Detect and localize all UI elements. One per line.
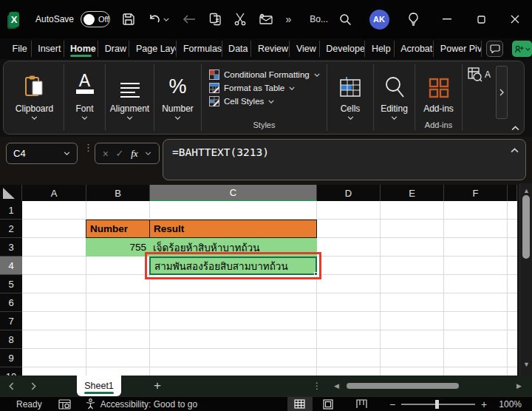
tab-acrobat[interactable]: Acrobat: [395, 41, 434, 57]
chevron-down-icon: [126, 116, 133, 120]
scroll-up-icon[interactable]: ▲: [520, 187, 532, 194]
row-header-8[interactable]: 8: [0, 330, 22, 349]
row-header-6[interactable]: 6: [0, 293, 22, 312]
tab-page-layout[interactable]: Page Layo: [129, 41, 177, 57]
tab-help[interactable]: Help: [365, 41, 394, 57]
clipboard-group[interactable]: Clipboard: [5, 64, 64, 131]
sheet-tab-sheet1[interactable]: Sheet1: [77, 376, 121, 396]
accessibility-icon[interactable]: [86, 398, 95, 410]
font-group[interactable]: A Font: [64, 64, 106, 131]
undo-button[interactable]: [148, 13, 169, 25]
formula-input[interactable]: =BAHTTEXT(3213): [163, 139, 526, 180]
cell-b3[interactable]: 755: [86, 238, 150, 257]
cells-group[interactable]: Cells: [327, 64, 374, 131]
close-button[interactable]: [498, 4, 532, 34]
vertical-scrollbar[interactable]: ▲ ▼: [519, 183, 532, 376]
formula-bar-drag-handle[interactable]: ⋮: [83, 145, 93, 150]
ribbon-scroll-right-button[interactable]: [496, 66, 508, 119]
minimize-button[interactable]: [430, 4, 464, 34]
tab-review[interactable]: Review: [251, 41, 290, 57]
tab-insert[interactable]: Insert: [32, 41, 64, 57]
row-header-4[interactable]: 4: [0, 257, 22, 275]
zoom-slider-thumb[interactable]: [435, 400, 439, 409]
cell-b2[interactable]: Number: [86, 220, 150, 238]
horizontal-scrollbar[interactable]: ◀ ▶: [334, 381, 522, 390]
analyze-data-button[interactable]: A: [468, 67, 493, 82]
cancel-button[interactable]: ×: [103, 148, 109, 160]
cells-area[interactable]: Number Result 755 เจ็ดร้อยห้าสิบห้าบาทถ้…: [22, 201, 517, 376]
formula-buttons: × ✓ fx: [95, 143, 160, 164]
tab-draw[interactable]: Draw: [98, 41, 129, 57]
qat-overflow-button[interactable]: »: [286, 13, 291, 25]
vertical-scroll-thumb[interactable]: [522, 195, 530, 259]
tab-file[interactable]: File: [6, 41, 32, 57]
account-avatar[interactable]: AK: [362, 4, 396, 34]
column-header-d[interactable]: D: [317, 185, 381, 201]
tab-home[interactable]: Home: [64, 41, 99, 57]
zoom-level[interactable]: 100%: [499, 399, 522, 410]
accessibility-status[interactable]: Accessibility: Good to go: [100, 399, 197, 410]
normal-view-button[interactable]: [287, 397, 313, 411]
tab-formulas[interactable]: Formulas: [177, 41, 222, 57]
titlebar-right: AK: [328, 4, 532, 34]
horizontal-scroll-track[interactable]: [344, 381, 512, 390]
enter-button[interactable]: ✓: [116, 148, 124, 159]
chevron-up-icon: [511, 148, 519, 153]
share-button[interactable]: [512, 41, 532, 57]
tab-data[interactable]: Data: [222, 41, 252, 57]
search-icon[interactable]: [328, 4, 362, 34]
tab-view[interactable]: View: [290, 41, 319, 57]
column-header-c[interactable]: C: [150, 185, 317, 201]
addins-group[interactable]: Add-ins Add-ins: [415, 64, 463, 131]
zoom-out-button[interactable]: −: [389, 398, 395, 410]
editing-group[interactable]: Editing: [374, 64, 415, 131]
sheet-bar-menu-icon[interactable]: ⋮: [313, 384, 321, 388]
copy-icon[interactable]: [209, 13, 222, 26]
email-icon[interactable]: [259, 13, 273, 25]
maximize-button[interactable]: [464, 4, 498, 34]
excel-app-icon[interactable]: X: [9, 12, 19, 27]
zoom-in-button[interactable]: +: [481, 398, 487, 410]
number-group[interactable]: % Number: [154, 64, 202, 131]
row-header-10[interactable]: 10: [0, 367, 22, 376]
row-header-7[interactable]: 7: [0, 312, 22, 330]
column-header-f[interactable]: F: [444, 185, 508, 201]
page-break-preview-button[interactable]: [349, 397, 375, 411]
scroll-left-icon[interactable]: ◀: [334, 382, 339, 390]
conditional-formatting-button[interactable]: Conditional Formatting: [209, 69, 327, 80]
row-header-2[interactable]: 2: [0, 220, 22, 238]
select-all-corner[interactable]: [0, 185, 22, 201]
cut-icon[interactable]: [234, 13, 246, 26]
save-icon[interactable]: [122, 13, 135, 26]
row-header-3[interactable]: 3: [0, 238, 22, 257]
row-header-5[interactable]: 5: [0, 275, 22, 293]
column-header-b[interactable]: B: [86, 185, 150, 201]
column-header-a[interactable]: A: [22, 185, 86, 201]
row-header-9[interactable]: 9: [0, 349, 22, 367]
autosave-toggle[interactable]: Off: [81, 11, 109, 27]
tab-developer[interactable]: Develope: [320, 41, 366, 57]
collapse-ribbon-button[interactable]: [511, 126, 519, 131]
column-header-e[interactable]: E: [381, 185, 444, 201]
row-header-1[interactable]: 1: [0, 201, 22, 220]
column-header-g-partial[interactable]: [508, 185, 517, 201]
sheet-nav-left-icon[interactable]: [0, 382, 22, 390]
lightbulb-icon[interactable]: [396, 4, 430, 34]
cell-c2[interactable]: Result: [149, 220, 317, 238]
macro-record-icon[interactable]: [58, 399, 71, 410]
scroll-right-icon[interactable]: ▶: [516, 382, 522, 390]
new-sheet-button[interactable]: +: [154, 378, 161, 393]
tab-power-pivot[interactable]: Power Piv: [434, 41, 482, 57]
insert-function-button[interactable]: fx: [131, 148, 137, 160]
cell-styles-button[interactable]: Cell Styles: [209, 96, 327, 106]
alignment-group[interactable]: Alignment: [106, 64, 154, 131]
collapse-formula-bar-button[interactable]: [511, 148, 519, 153]
zoom-slider[interactable]: [401, 404, 475, 405]
horizontal-scroll-thumb[interactable]: [347, 383, 459, 389]
scroll-down-icon[interactable]: ▼: [520, 361, 532, 368]
page-layout-view-button[interactable]: [316, 397, 341, 411]
sheet-nav-right-icon[interactable]: [22, 382, 44, 390]
comments-button[interactable]: [486, 41, 504, 57]
format-as-table-button[interactable]: Format as Table: [209, 83, 327, 93]
name-box[interactable]: C4: [6, 143, 78, 164]
